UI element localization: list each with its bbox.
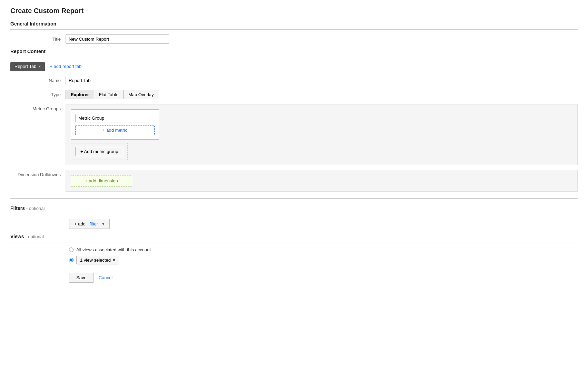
tab-content-divider (10, 71, 578, 71)
save-button[interactable]: Save (69, 273, 94, 283)
tab-close-icon[interactable]: × (38, 64, 41, 69)
metric-groups-container: + add metric + Add metric group (66, 104, 578, 165)
filters-optional: - optional (26, 206, 45, 211)
filters-divider (10, 214, 578, 214)
views-selected-row: 1 view selected ▾ (10, 256, 578, 264)
views-optional: - optional (25, 234, 43, 239)
add-dimension-button[interactable]: + add dimension (71, 175, 132, 186)
views-all-row: All views associated with this account (10, 247, 578, 252)
views-all-radio[interactable] (69, 248, 74, 252)
dimension-row: Dimension Drilldowns + add dimension (10, 170, 578, 192)
type-explorer-button[interactable]: Explorer (66, 90, 94, 99)
title-label: Title (10, 34, 66, 42)
report-tab-label: Report Tab (14, 64, 36, 69)
view-selected-button[interactable]: 1 view selected ▾ (76, 256, 119, 264)
add-filter-prefix: + add (74, 221, 86, 226)
general-info-heading: General Information (10, 21, 578, 27)
type-button-group: Explorer Flat Table Map Overlay (66, 90, 159, 99)
action-row: Save Cancel (10, 273, 578, 283)
dimension-label: Dimension Drilldowns (10, 170, 66, 177)
tab-name-label: Name (10, 76, 66, 83)
tab-type-row: Type Explorer Flat Table Map Overlay (10, 90, 578, 99)
filter-word: filter (90, 221, 98, 226)
cancel-button[interactable]: Cancel (99, 275, 112, 280)
add-filter-button[interactable]: + add filter ▾ (69, 219, 110, 229)
metric-group-name-input[interactable] (75, 114, 151, 122)
report-tab-active[interactable]: Report Tab × (10, 62, 45, 71)
view-selected-chevron-icon: ▾ (113, 258, 115, 263)
page-title: Create Custom Report (10, 7, 578, 15)
title-input[interactable] (66, 34, 169, 44)
filters-section-divider (10, 198, 578, 199)
metric-groups-row: Metric Groups + add metric + Add metric … (10, 104, 578, 165)
metric-group-item: + add metric (71, 109, 159, 140)
tab-name-row: Name (10, 76, 578, 85)
views-selected-radio[interactable] (69, 258, 74, 262)
add-metric-group-button[interactable]: + Add metric group (75, 147, 123, 156)
filter-chevron-icon: ▾ (102, 221, 105, 226)
view-selected-label: 1 view selected (80, 258, 111, 263)
add-report-tab-link[interactable]: + add report tab (50, 64, 81, 69)
type-map-overlay-button[interactable]: Map Overlay (123, 90, 159, 99)
tab-type-label: Type (10, 90, 66, 97)
general-divider (10, 29, 578, 30)
tab-name-input[interactable] (66, 76, 169, 85)
add-metric-group-area: + Add metric group (71, 143, 128, 160)
filters-row: + add filter ▾ (10, 219, 578, 229)
metric-groups-label: Metric Groups (10, 104, 66, 111)
dimension-container: + add dimension (66, 170, 578, 192)
views-heading: Views - optional (10, 234, 578, 239)
tabs-row: Report Tab × + add report tab (10, 62, 578, 71)
type-flat-table-button[interactable]: Flat Table (94, 90, 124, 99)
report-content-divider (10, 57, 578, 57)
title-row: Title (10, 34, 578, 44)
filters-heading: Filters - optional (10, 205, 578, 211)
views-divider (10, 242, 578, 242)
report-content-heading: Report Content (10, 49, 578, 54)
views-all-label: All views associated with this account (76, 247, 151, 252)
add-metric-button[interactable]: + add metric (75, 125, 155, 135)
